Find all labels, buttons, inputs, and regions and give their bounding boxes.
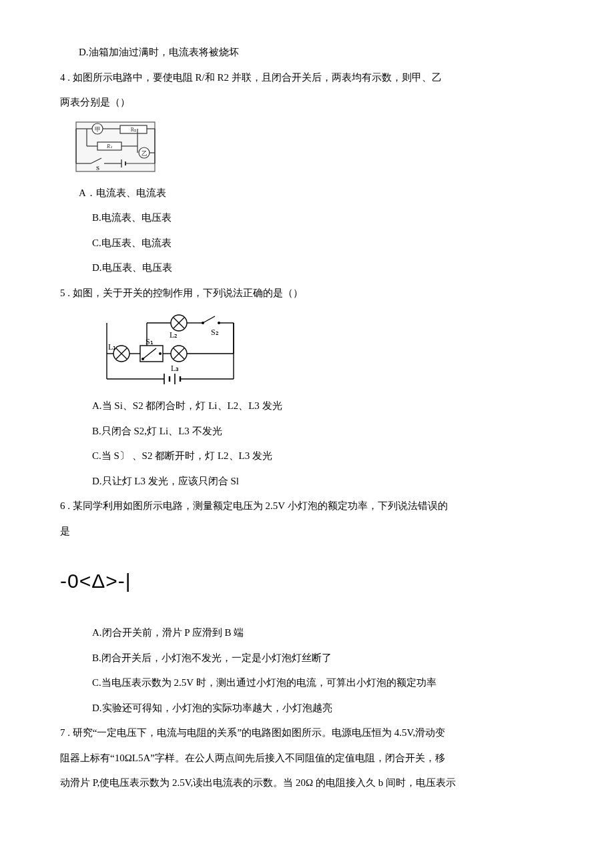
q5-option-c: C.当 S〕 、S2 都断开时，灯 L2、L3 发光	[60, 444, 554, 469]
svg-point-50	[159, 352, 162, 355]
svg-line-33	[203, 316, 215, 323]
q4-stem-line1: 4 . 如图所示电路中，要使电阻 R/和 R2 并联，且闭合开关后，两表均有示数…	[60, 65, 554, 91]
q7-stem-line1: 7 . 研究“一定电压下，电流与电阻的关系”的电路图如图所示。电源电压恒为 4.…	[60, 721, 554, 746]
svg-text:L₂: L₂	[170, 330, 178, 340]
svg-text:L₁: L₁	[108, 342, 116, 352]
q6-option-a: A.闭合开关前，滑片 P 应滑到 B 端	[60, 620, 554, 646]
svg-text:S₂: S₂	[211, 328, 219, 337]
svg-text:甲: 甲	[95, 126, 101, 133]
q4-option-d: D.电压表、电压表	[60, 256, 554, 281]
q4-stem-line2: 两表分别是（）	[60, 90, 554, 115]
q6-stem-line2: 是	[60, 519, 554, 544]
q6-option-b: B.闭合开关后，小灯泡不发光，一定是小灯泡灯丝断了	[60, 646, 554, 671]
q4-option-a: A．电流表、电流表	[60, 181, 554, 206]
svg-text:L₃: L₃	[171, 364, 179, 373]
svg-text:R₂: R₂	[131, 127, 136, 133]
q5-option-b: B.只闭合 S2,灯 Li、L3 不发光	[60, 419, 554, 444]
q6-option-c: C.当电压表示数为 2.5V 时，测出通过小灯泡的电流，可算出小灯泡的额定功率	[60, 671, 554, 696]
svg-point-34	[202, 322, 204, 324]
q5-option-a: A.当 Si、S2 都闭合时，灯 Li、L2、L3 发光	[60, 394, 554, 419]
q5-stem: 5 . 如图，关于开关的控制作用，下列说法正确的是（）	[60, 281, 554, 306]
q6-circuit-placeholder: -0<Δ>-|	[60, 556, 554, 606]
svg-text:乙: 乙	[141, 150, 147, 157]
q3-option-d: D.油箱加油过满时，电流表将被烧坏	[60, 40, 554, 65]
svg-text:S₁: S₁	[145, 337, 154, 346]
q6-stem-line1: 6 . 某同学利用如图所示电路，测量额定电压为 2.5V 小灯泡的额定功率，下列…	[60, 494, 554, 519]
q5-circuit-diagram: L₂ S₂ L₁ S₁ L₃	[100, 310, 554, 390]
document-page: D.油箱加油过满时，电流表将被烧坏 4 . 如图所示电路中，要使电阻 R/和 R…	[0, 0, 614, 868]
q7-stem-line3: 动滑片 P,使电压表示数为 2.5V,读出电流表的示数。当 20Ω 的电阻接入久…	[60, 771, 554, 796]
q6-option-d: D.实验还可得知，小灯泡的实际功率越大，小灯泡越亮	[60, 696, 554, 721]
q4-option-c: C.电压表、电流表	[60, 231, 554, 256]
q4-circuit-diagram: 甲 R₂ R₁ 乙 S	[73, 119, 554, 177]
q5-option-d: D.只让灯 L3 发光，应该只闭合 Sl	[60, 469, 554, 494]
svg-text:S: S	[96, 165, 99, 171]
q7-stem-line2: 阻器上标有“10ΩL5A”字样。在公人两点间先后接入不同阻值的定值电阻，闭合开关…	[60, 746, 554, 771]
svg-point-49	[141, 358, 144, 360]
svg-text:R₁: R₁	[106, 143, 112, 149]
q4-option-b: B.电流表、电压表	[60, 205, 554, 231]
